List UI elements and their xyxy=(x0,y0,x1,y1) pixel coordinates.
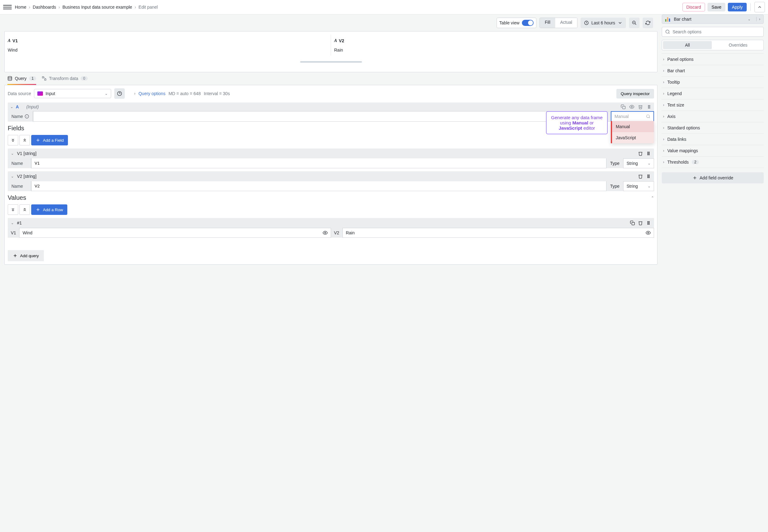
datasource-logo-icon xyxy=(37,91,43,96)
option-section-thresholds[interactable]: › Thresholds 2 xyxy=(662,157,764,168)
query-letter: A xyxy=(16,104,19,109)
query-name-input[interactable] xyxy=(33,111,577,122)
segment-fill[interactable]: Fill xyxy=(540,18,555,28)
chevron-right-icon[interactable]: › xyxy=(134,91,135,96)
field-type-label: Type xyxy=(606,181,623,191)
collapse-icon[interactable]: ⌃ xyxy=(651,196,654,200)
eye-icon[interactable] xyxy=(629,104,634,109)
option-section[interactable]: ›Legend xyxy=(662,88,764,99)
expand-all-button[interactable] xyxy=(19,204,30,215)
drag-handle-icon[interactable] xyxy=(646,174,651,179)
svg-point-33 xyxy=(649,175,649,175)
eye-icon[interactable] xyxy=(323,230,328,235)
apply-button[interactable]: Apply xyxy=(728,3,747,11)
svg-point-32 xyxy=(648,175,648,175)
segment-actual[interactable]: Actual xyxy=(555,18,577,28)
thresholds-count-badge: 2 xyxy=(692,160,699,164)
eye-icon[interactable] xyxy=(646,230,651,235)
add-row-button[interactable]: Add a Row xyxy=(31,204,67,215)
tab-all[interactable]: All xyxy=(663,41,712,49)
option-section[interactable]: ›Axis xyxy=(662,111,764,122)
chevron-right-icon[interactable]: › xyxy=(756,17,760,21)
values-editor-select[interactable]: Manual Manual JavaScript xyxy=(611,111,654,122)
tab-query[interactable]: Query 1 xyxy=(7,76,36,85)
discard-button[interactable]: Discard xyxy=(682,3,705,11)
datasource-help-icon[interactable] xyxy=(114,88,125,99)
collapse-icon[interactable]: ⌄ xyxy=(11,151,14,156)
trash-icon[interactable] xyxy=(638,174,643,179)
copy-icon[interactable] xyxy=(621,104,626,109)
add-field-button[interactable]: Add a Field xyxy=(31,135,68,145)
option-section-label: Axis xyxy=(667,114,675,119)
svg-point-26 xyxy=(648,152,648,153)
field-type-select[interactable]: String⌄ xyxy=(623,181,654,191)
menu-icon[interactable] xyxy=(3,3,12,11)
option-section[interactable]: ›Value mappings xyxy=(662,145,764,157)
collapse-all-button[interactable] xyxy=(8,204,18,215)
trash-icon[interactable] xyxy=(638,104,643,109)
trash-icon[interactable] xyxy=(638,220,643,225)
add-field-override-button[interactable]: Add field override xyxy=(662,172,764,183)
data-source-select[interactable]: Input ⌄ xyxy=(34,89,111,98)
copy-icon[interactable] xyxy=(630,220,635,225)
option-section-label: Legend xyxy=(667,91,682,96)
svg-point-31 xyxy=(649,154,649,155)
option-section[interactable]: ›Tooltip xyxy=(662,77,764,88)
tab-transform[interactable]: Transform data 0 xyxy=(42,76,88,85)
zoom-out-icon[interactable] xyxy=(629,18,640,28)
drag-handle-icon[interactable] xyxy=(646,151,651,156)
transform-count-badge: 0 xyxy=(81,76,88,81)
svg-point-41 xyxy=(648,221,648,222)
svg-rect-11 xyxy=(623,106,625,109)
save-button[interactable]: Save xyxy=(707,3,725,11)
option-section[interactable]: ›Panel options xyxy=(662,53,764,65)
bar-chart-icon xyxy=(665,17,671,22)
row-cell-label: V2 xyxy=(331,228,342,238)
horizontal-scrollbar[interactable] xyxy=(300,61,362,63)
collapse-all-button[interactable] xyxy=(8,135,18,145)
option-section-label: Panel options xyxy=(667,57,694,62)
field-name-input[interactable] xyxy=(31,181,606,191)
breadcrumb-dashboards[interactable]: Dashboards xyxy=(33,5,56,10)
field-name-input[interactable] xyxy=(31,158,606,168)
chevron-right-icon: › xyxy=(663,69,664,73)
option-section[interactable]: ›Standard options xyxy=(662,122,764,134)
collapse-icon[interactable]: ⌄ xyxy=(10,105,13,109)
toggle-switch[interactable] xyxy=(522,20,534,26)
field-type-select[interactable]: String⌄ xyxy=(623,158,654,168)
expand-all-button[interactable] xyxy=(19,135,30,145)
option-section[interactable]: ›Bar chart xyxy=(662,65,764,77)
dropdown-item-javascript[interactable]: JavaScript xyxy=(612,132,654,143)
refresh-icon[interactable] xyxy=(643,18,653,28)
visualization-picker[interactable]: Bar chart ⌄ › xyxy=(662,15,764,24)
option-section[interactable]: ›Data links xyxy=(662,134,764,145)
add-query-button[interactable]: Add query xyxy=(8,250,44,261)
collapse-icon[interactable]: ⌄ xyxy=(11,221,14,225)
breadcrumb-home[interactable]: Home xyxy=(15,5,26,10)
query-inspector-button[interactable]: Query inspector xyxy=(616,89,654,98)
svg-point-17 xyxy=(648,108,649,108)
drag-handle-icon[interactable] xyxy=(646,220,651,225)
query-options-link[interactable]: Query options xyxy=(138,91,165,96)
search-options-input[interactable]: Search options xyxy=(662,27,764,37)
row-cell-input[interactable]: Rain xyxy=(342,228,654,238)
svg-point-30 xyxy=(648,154,648,155)
drag-handle-icon[interactable] xyxy=(647,104,652,109)
fill-actual-segment[interactable]: Fill Actual xyxy=(539,18,577,28)
cell-value: Rain xyxy=(334,46,654,54)
time-range-picker[interactable]: Last 6 hours xyxy=(581,18,626,28)
svg-line-2 xyxy=(635,23,636,25)
option-section[interactable]: ›Text size xyxy=(662,99,764,111)
row-cell-input[interactable]: Wind xyxy=(19,228,331,238)
chevron-up-icon[interactable] xyxy=(754,2,765,12)
column-header: V1 xyxy=(12,38,18,43)
data-source-name: Input xyxy=(45,91,55,96)
collapse-icon[interactable]: ⌄ xyxy=(11,174,14,178)
svg-point-47 xyxy=(325,232,326,233)
dropdown-item-manual[interactable]: Manual xyxy=(612,121,654,132)
trash-icon[interactable] xyxy=(638,151,643,156)
breadcrumb-dashboard-name[interactable]: Business Input data source example xyxy=(62,5,132,10)
text-type-icon: A xyxy=(334,38,337,43)
tab-overrides[interactable]: Overrides xyxy=(714,41,762,49)
table-view-toggle[interactable]: Table view xyxy=(497,18,536,28)
